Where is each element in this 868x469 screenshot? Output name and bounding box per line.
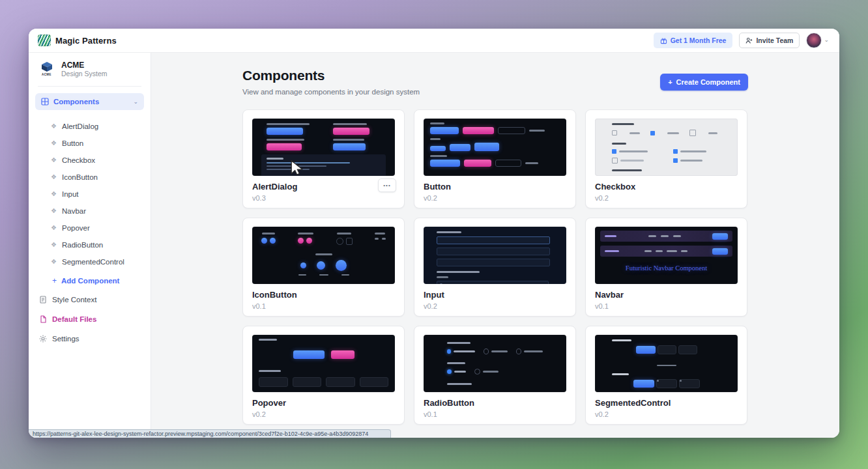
thumb-decoration (658, 345, 676, 354)
sidebar-item-button[interactable]: ❖ Button (29, 135, 151, 152)
component-version: v0.3 (252, 194, 395, 202)
settings-label: Settings (52, 335, 80, 343)
component-card-alertdialog[interactable]: AlertDialog v0.3 ••• (242, 109, 405, 208)
sidebar-component-label: RadioButton (62, 241, 103, 249)
thumb-decoration (252, 335, 395, 391)
thumb-decoration (437, 231, 461, 233)
component-diamond-icon: ❖ (51, 225, 57, 231)
sidebar-item-settings[interactable]: Settings (29, 330, 151, 348)
get-month-free-button[interactable]: Get 1 Month Free (654, 33, 733, 48)
sidebar-item-default-files[interactable]: Default Files (29, 310, 151, 328)
thumb-decoration (430, 155, 447, 157)
grid-icon (41, 98, 49, 106)
thumb-decoration (261, 238, 267, 244)
component-name: SegmentedControl (595, 398, 738, 408)
thumb-decoration (657, 365, 676, 366)
invite-team-button[interactable]: Invite Team (739, 33, 800, 48)
component-card-radiobutton[interactable]: RadioButton v0.1 (414, 326, 576, 425)
thumb-decoration (447, 383, 472, 385)
thumb-decoration (382, 238, 386, 240)
gear-icon (39, 335, 47, 343)
component-name: AlertDialog (252, 182, 395, 192)
link-preview-statusbar: https://patterns-git-alex-lee-design-sys… (29, 429, 391, 438)
thumb-decoration (267, 169, 310, 170)
component-card-input[interactable]: Input v0.2 (414, 218, 576, 317)
sidebar-item-components[interactable]: Components ⌄ (35, 93, 144, 110)
thumb-decoration (454, 371, 466, 373)
thumb-decoration (267, 139, 315, 150)
thumb-decoration (636, 346, 656, 354)
thumb-decoration (267, 162, 350, 163)
default-files-label: Default Files (52, 315, 96, 323)
thumb-decoration (437, 271, 480, 273)
sidebar-item-checkbox[interactable]: ❖ Checkbox (29, 152, 151, 169)
component-version: v0.2 (252, 410, 395, 418)
thumb-decoration (620, 160, 644, 162)
sidebar-item-style-context[interactable]: Style Context (29, 291, 151, 309)
thumb-decoration (261, 154, 386, 176)
style-context-label: Style Context (52, 296, 96, 304)
thumb-decoration (447, 362, 465, 364)
component-card-popover[interactable]: Popover v0.2 (242, 326, 405, 425)
thumb-decoration (516, 348, 521, 354)
component-thumbnail (252, 119, 395, 176)
sidebar-item-iconbutton[interactable]: ❖ IconButton (29, 169, 151, 186)
thumb-decoration (360, 377, 389, 387)
component-diamond-icon: ❖ (51, 174, 57, 180)
sidebar-item-popover[interactable]: ❖ Popover (29, 220, 151, 236)
thumb-decoration (673, 158, 678, 163)
component-card-iconbutton[interactable]: IconButton v0.1 (242, 218, 405, 317)
component-card-button[interactable]: Button v0.2 (414, 109, 576, 208)
thumb-decoration (605, 250, 619, 252)
component-card-segmentedcontrol[interactable]: SegmentedControl v0.2 (585, 326, 747, 425)
thumb-decoration (293, 350, 325, 359)
thumb-decoration (648, 235, 656, 237)
thumb-decoration (644, 250, 687, 252)
thumb-decoration (430, 127, 459, 134)
thumb-decoration (252, 260, 395, 271)
navbar-thumb-title: Futuristic Navbar Component (600, 264, 732, 272)
thumb-decoration (430, 127, 560, 134)
sidebar-item-input[interactable]: ❖ Input (29, 186, 151, 203)
thumb-decoration (252, 274, 395, 276)
thumb-decoration (430, 146, 446, 151)
workspace-switcher[interactable]: ACME ACME Design System (29, 52, 151, 86)
get-month-free-label: Get 1 Month Free (671, 36, 727, 44)
sidebar-item-navbar[interactable]: ❖ Navbar (29, 203, 151, 220)
sidebar-item-radiobutton[interactable]: ❖ RadioButton (29, 236, 151, 253)
app-logo[interactable]: Magic Patterns (29, 35, 151, 46)
thumb-decoration (673, 149, 721, 154)
component-card-checkbox[interactable]: Checkbox v0.2 (585, 109, 747, 208)
add-component-button[interactable]: + Add Component (29, 272, 151, 289)
thumb-decoration (437, 276, 448, 278)
thumb-decoration (474, 143, 499, 151)
thumb-decoration (331, 350, 354, 359)
thumb-decoration (267, 123, 315, 135)
component-card-navbar[interactable]: Futuristic Navbar Component Navbar v0.1 (585, 218, 747, 317)
thumb-decoration (600, 231, 732, 242)
card-more-menu-button[interactable]: ••• (378, 178, 396, 192)
thumb-decoration (667, 250, 677, 252)
thumb-decoration (424, 227, 566, 284)
thumb-decoration (595, 119, 738, 176)
thumb-decoration (679, 379, 700, 388)
thumb-decoration (678, 345, 697, 354)
thumb-decoration (267, 128, 303, 135)
thumb-decoration (336, 233, 353, 245)
plus-icon: + (668, 78, 672, 86)
thumb-decoration (529, 130, 545, 132)
user-menu[interactable]: ⌄ (806, 33, 829, 48)
sidebar-item-alertdialog[interactable]: ❖ AlertDialog (29, 118, 151, 135)
thumb-decoration (261, 233, 276, 245)
sidebar-item-segmentedcontrol[interactable]: ❖ SegmentedControl (29, 253, 151, 270)
thumb-decoration (333, 139, 364, 141)
create-component-button[interactable]: + Create Component (660, 74, 748, 91)
sidebar-component-label: Checkbox (62, 156, 95, 164)
thumb-decoration (336, 260, 347, 271)
thumb-decoration (293, 377, 322, 387)
acme-logo-label: ACME (42, 73, 51, 76)
sidebar-divider (38, 86, 141, 87)
thumb-decoration (298, 233, 313, 234)
thumb-decoration (667, 132, 679, 134)
thumb-decoration (689, 130, 696, 136)
